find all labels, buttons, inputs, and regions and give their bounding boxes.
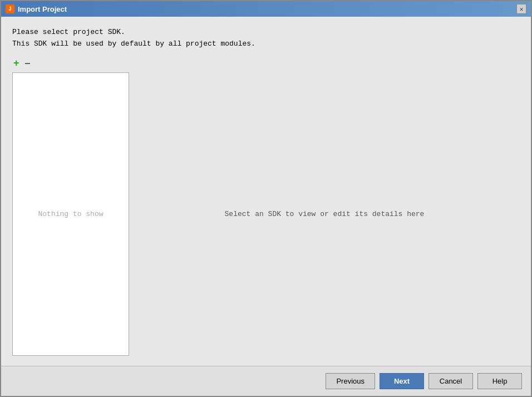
help-button[interactable]: Help xyxy=(477,373,522,389)
description-line2: This SDK will be used by default by all … xyxy=(12,38,520,50)
sdk-detail-panel: Select an SDK to view or edit its detail… xyxy=(129,72,520,356)
previous-button[interactable]: Previous xyxy=(326,373,375,389)
import-project-dialog: J Import Project ✕ Please select project… xyxy=(0,0,532,397)
content-area: Nothing to show Select an SDK to view or… xyxy=(12,72,520,356)
sdk-toolbar: + – xyxy=(12,58,520,68)
close-button[interactable]: ✕ xyxy=(516,4,526,14)
dialog-title: Import Project xyxy=(18,5,67,13)
title-bar: J Import Project ✕ xyxy=(1,1,531,17)
cancel-button[interactable]: Cancel xyxy=(428,373,473,389)
description-line1: Please select project SDK. xyxy=(12,27,520,38)
description-text: Please select project SDK. This SDK will… xyxy=(12,27,520,50)
sdk-list-empty-text: Nothing to show xyxy=(38,210,103,218)
dialog-body: Please select project SDK. This SDK will… xyxy=(1,17,531,366)
remove-sdk-button[interactable]: – xyxy=(24,58,32,68)
dialog-footer: Previous Next Cancel Help xyxy=(1,366,531,396)
add-sdk-button[interactable]: + xyxy=(12,58,21,68)
next-button[interactable]: Next xyxy=(380,373,424,389)
sdk-list-panel[interactable]: Nothing to show xyxy=(12,72,129,356)
sdk-detail-placeholder: Select an SDK to view or edit its detail… xyxy=(225,210,425,218)
title-bar-left: J Import Project xyxy=(6,4,67,13)
app-icon: J xyxy=(6,4,14,13)
